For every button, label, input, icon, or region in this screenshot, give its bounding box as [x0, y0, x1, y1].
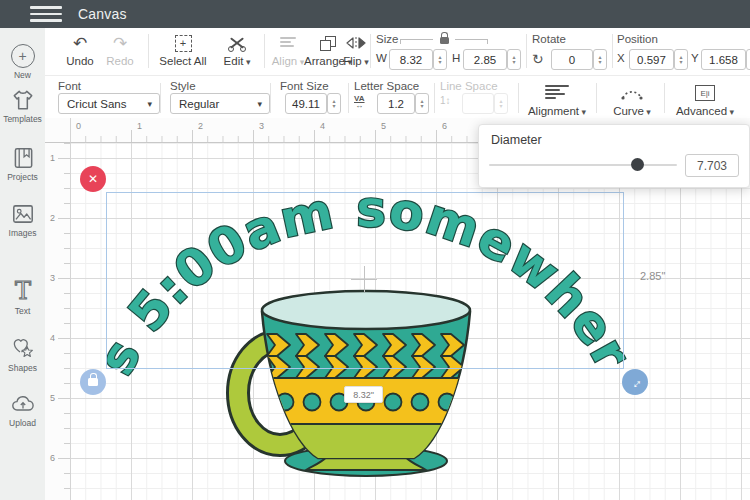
select-all-button[interactable]: + Select All — [153, 33, 213, 67]
size-label: Size — [376, 33, 398, 45]
style-select[interactable]: Regular — [170, 93, 270, 114]
top-bar: Canvas — [0, 0, 750, 28]
position-x-stepper[interactable] — [674, 49, 688, 70]
line-space-input — [462, 93, 494, 114]
divider — [518, 83, 519, 113]
cloud-upload-icon — [10, 392, 36, 416]
arrange-layers-icon — [320, 36, 336, 51]
divider — [348, 83, 349, 113]
tshirt-icon — [10, 88, 36, 112]
x-field-label: X — [617, 52, 625, 64]
redo-icon: ↷ — [98, 33, 142, 53]
divider — [148, 34, 149, 68]
letter-space-label: Letter Space — [354, 80, 419, 92]
height-stepper[interactable] — [507, 49, 521, 70]
divider — [264, 34, 265, 68]
sidebar-item-projects[interactable]: Projects — [0, 146, 45, 182]
height-input[interactable]: 2.85 — [463, 49, 507, 70]
diameter-popup: Diameter 7.703 — [478, 124, 750, 188]
diameter-slider-track[interactable] — [489, 164, 677, 166]
sidebar: + New Templates Projects Images — [0, 28, 46, 500]
rotate-input[interactable]: 0 — [551, 49, 593, 70]
align-icon — [280, 37, 296, 49]
advanced-kerning-icon — [695, 85, 715, 101]
undo-button[interactable]: ↶ Undo — [58, 33, 102, 67]
lock-icon — [88, 378, 98, 386]
text-alignment-icon — [545, 85, 569, 101]
rotate-stepper[interactable] — [593, 49, 607, 70]
divider — [526, 34, 527, 68]
sidebar-item-shapes[interactable]: Shapes — [0, 336, 45, 373]
undo-icon: ↶ — [58, 33, 102, 53]
selection-bounding-box[interactable] — [106, 192, 624, 369]
hamburger-menu-icon[interactable] — [30, 6, 62, 22]
letter-space-icon — [354, 95, 365, 109]
line-space-stepper — [494, 93, 508, 114]
line-space-label: Line Space — [440, 80, 498, 92]
font-size-stepper[interactable] — [327, 93, 341, 114]
alignment-button[interactable]: Alignment — [526, 83, 588, 117]
selection-center-crosshair — [364, 266, 365, 292]
image-icon — [10, 202, 36, 226]
resize-handle[interactable]: ↔ — [622, 369, 648, 395]
resize-arrow-icon: ↔ — [625, 372, 645, 392]
diameter-input[interactable]: 7.703 — [685, 154, 739, 177]
font-size-input[interactable]: 49.11 — [285, 93, 327, 114]
rotate-icon: ↻ — [532, 51, 544, 67]
curve-button[interactable]: Curve — [606, 83, 658, 117]
size-lock-bracket — [400, 33, 488, 47]
height-dimension-label: 2.85" — [640, 270, 665, 282]
shapes-icon — [10, 336, 36, 361]
sidebar-item-images[interactable]: Images — [0, 202, 45, 238]
width-input[interactable]: 8.32 — [389, 49, 433, 70]
font-select[interactable]: Cricut Sans — [58, 93, 160, 114]
delete-handle[interactable]: ✕ — [80, 166, 106, 192]
position-x-input[interactable]: 0.597 — [629, 49, 674, 70]
app-window: Canvas + New Templates Projects — [0, 0, 750, 500]
divider — [596, 83, 597, 113]
text-icon: T — [10, 278, 36, 304]
divider — [664, 83, 665, 113]
notebook-icon — [10, 146, 36, 170]
curve-arc-icon — [619, 86, 645, 100]
divider — [370, 34, 371, 68]
divider — [434, 83, 435, 113]
position-y-stepper[interactable] — [746, 49, 750, 70]
vertical-ruler: 1 2 3 4 5 6 — [45, 142, 71, 500]
edit-button[interactable]: Edit — [214, 33, 260, 67]
position-y-input[interactable]: 1.658 — [701, 49, 746, 70]
redo-button[interactable]: ↷ Redo — [98, 33, 142, 67]
height-field-label: H — [452, 52, 460, 64]
position-label: Position — [617, 33, 658, 45]
style-label: Style — [170, 80, 196, 92]
lock-handle[interactable] — [80, 369, 106, 395]
width-stepper[interactable] — [433, 49, 447, 70]
rotate-label: Rotate — [532, 33, 566, 45]
width-dimension-badge: 8.32" — [344, 386, 383, 403]
width-field-label: W — [376, 52, 387, 64]
svg-text:T: T — [14, 278, 30, 304]
ruler-corner — [45, 118, 71, 143]
y-field-label: Y — [691, 52, 699, 64]
font-size-label: Font Size — [280, 80, 329, 92]
sidebar-item-text[interactable]: T Text — [0, 278, 45, 316]
flip-icon — [345, 36, 367, 50]
line-space-icon — [440, 95, 451, 106]
divider — [612, 34, 613, 68]
plus-circle-icon: + — [11, 44, 35, 68]
close-icon: ✕ — [88, 172, 98, 186]
sidebar-item-templates[interactable]: Templates — [0, 88, 45, 124]
letter-space-input[interactable]: 1.2 — [377, 93, 415, 114]
diameter-slider-handle[interactable] — [631, 158, 644, 171]
sidebar-item-new[interactable]: + New — [0, 44, 45, 80]
divider — [270, 83, 271, 113]
select-all-icon: + — [175, 35, 192, 52]
diameter-label: Diameter — [491, 133, 542, 147]
page-title: Canvas — [78, 6, 127, 22]
lock-icon[interactable] — [440, 37, 449, 44]
letter-space-stepper[interactable] — [415, 93, 429, 114]
scissors-icon — [228, 35, 246, 51]
advanced-button[interactable]: Advanced — [672, 83, 738, 117]
divider — [160, 83, 161, 113]
sidebar-item-upload[interactable]: Upload — [0, 392, 45, 428]
